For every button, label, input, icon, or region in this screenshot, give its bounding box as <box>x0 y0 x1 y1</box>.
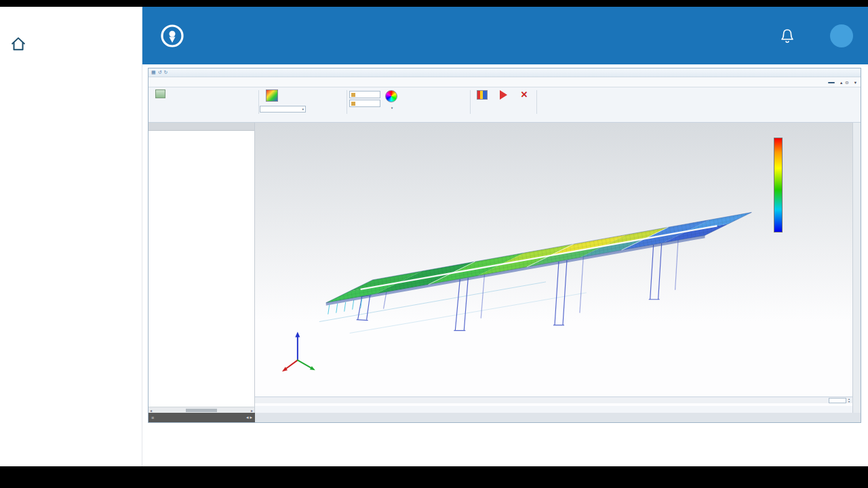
collapse-ribbon-icon[interactable]: ▴ <box>840 80 842 85</box>
chevron-down-icon: ▾ <box>391 106 393 110</box>
page-background: ▦ ↺ ↻ ▴ ⊙ ▾ <box>0 7 868 466</box>
menu-icon[interactable]: ≡ <box>151 415 154 420</box>
close-button[interactable] <box>849 68 859 77</box>
auto-scale-input[interactable] <box>829 398 846 403</box>
scale-spinner[interactable]: ▴▾ <box>848 398 850 403</box>
start-animation-button[interactable] <box>493 90 513 100</box>
worktree-title <box>149 123 254 131</box>
ribbon: ▾ ▾ <box>149 87 861 123</box>
worktree-hscrollbar[interactable]: ◂ ▸ <box>149 407 254 413</box>
legend-colorbar <box>774 138 783 232</box>
scroll-thumb[interactable] <box>186 409 217 412</box>
reset-button[interactable]: ✕ <box>516 90 532 100</box>
status-bar: ▴▾ <box>255 396 852 403</box>
plot-chart-icon <box>477 90 488 100</box>
scroll-left-icon[interactable]: ◂ <box>150 408 152 413</box>
palette-button[interactable] <box>384 90 398 102</box>
brand-logo[interactable] <box>159 22 192 49</box>
chevron-down-icon: ▾ <box>302 107 304 111</box>
pager-icons[interactable]: ◂ ▸ <box>246 415 252 420</box>
tree-bottom-strip: ≡ ◂ ▸ <box>149 413 255 422</box>
window-controls <box>827 68 859 77</box>
user-avatar[interactable] <box>830 24 853 47</box>
app-main: ◂ ▸ <box>149 123 861 413</box>
spin-down-icon[interactable]: ▾ <box>848 401 850 403</box>
window-titlebar: ▦ ↺ ↻ <box>149 68 861 77</box>
u-displacement-select[interactable]: ▾ <box>260 106 306 113</box>
sidebar-top <box>0 30 142 60</box>
scale-controls: ▴▾ <box>827 398 850 403</box>
plot-button[interactable] <box>474 90 490 100</box>
redo-icon[interactable]: ↻ <box>164 70 168 75</box>
play-icon <box>500 90 507 100</box>
scroll-right-icon[interactable]: ▸ <box>251 408 253 413</box>
options-icon: ⊙ <box>845 80 848 85</box>
group-separator <box>258 90 259 114</box>
header-actions <box>780 24 853 47</box>
group-separator <box>470 90 471 114</box>
bridge-fem-model <box>255 123 852 406</box>
displacement-colormap-icon <box>266 89 278 102</box>
group-separator <box>347 90 347 114</box>
cmarkad-window: ▦ ↺ ↻ ▴ ⊙ ▾ <box>148 68 861 423</box>
reset-x-icon: ✕ <box>521 90 528 99</box>
viewport-side-toolbar <box>852 123 861 413</box>
worktree-panel: ◂ ▸ <box>149 123 255 413</box>
result-legend <box>774 138 814 237</box>
ribbon-tab-bar: ▴ ⊙ ▾ <box>149 77 861 87</box>
save-icon[interactable]: ▦ <box>151 70 156 75</box>
minimize-button[interactable] <box>827 68 837 77</box>
top-header <box>142 7 868 64</box>
quick-access-toolbar: ▦ ↺ ↻ <box>151 70 167 75</box>
element-labels-button[interactable] <box>349 91 380 98</box>
ribbon-right-controls: ▴ ⊙ ▾ <box>828 77 856 87</box>
load-results-button[interactable] <box>151 89 169 99</box>
color-wheel-icon <box>385 90 397 102</box>
bottom-bar: ≡ ◂ ▸ <box>149 413 861 422</box>
aisico-logo-icon <box>159 22 186 49</box>
simplified-ribbon-toggle[interactable] <box>828 82 835 83</box>
u-displacement-icon-button[interactable] <box>265 89 279 102</box>
group-separator <box>536 90 537 114</box>
notification-bell-icon[interactable] <box>780 28 795 44</box>
load-results-icon <box>155 89 165 98</box>
maximize-button[interactable] <box>838 68 848 77</box>
chevron-down-icon: ▾ <box>854 80 856 85</box>
undo-icon[interactable]: ↺ <box>158 70 162 75</box>
screen: ▦ ↺ ↻ ▴ ⊙ ▾ <box>0 0 868 488</box>
label-buttons <box>349 91 380 108</box>
palette-select[interactable]: ▾ <box>380 105 403 110</box>
home-icon[interactable] <box>9 35 27 53</box>
node-labels-button[interactable] <box>349 100 380 107</box>
sidebar <box>0 7 142 466</box>
model-viewport[interactable] <box>255 123 852 406</box>
